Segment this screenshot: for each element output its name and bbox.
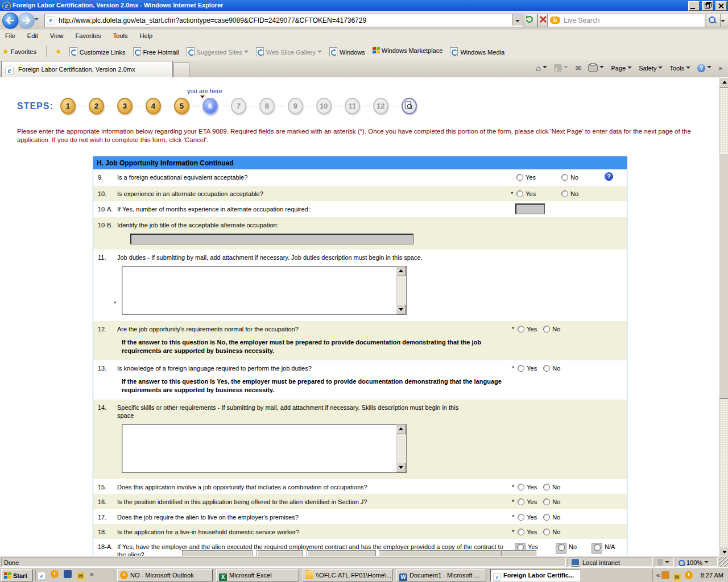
q18a-no-radio[interactable] bbox=[558, 544, 565, 551]
help-menu-icon[interactable]: ? bbox=[697, 64, 705, 72]
step-3[interactable]: 3 bbox=[117, 98, 133, 114]
bottom-button-3[interactable] bbox=[307, 550, 376, 556]
vertical-scrollbar[interactable] bbox=[719, 77, 728, 556]
menu-tools[interactable]: Tools bbox=[108, 30, 133, 42]
q18a-na-radio[interactable] bbox=[594, 544, 601, 551]
home-icon[interactable]: ⌂ bbox=[536, 63, 541, 73]
step-5[interactable]: 5 bbox=[174, 98, 189, 114]
q10a-months-input[interactable] bbox=[515, 203, 545, 214]
fav-link-web-slice-gallery[interactable]: Web Slice Gallery bbox=[254, 43, 325, 56]
back-button[interactable] bbox=[2, 13, 19, 29]
q9-help-icon[interactable]: ? bbox=[605, 172, 613, 181]
q18-no-radio[interactable] bbox=[543, 529, 550, 535]
restore-button[interactable] bbox=[702, 1, 713, 11]
quick-launch-ie-icon[interactable]: e bbox=[38, 572, 46, 580]
feeds-dropdown-icon[interactable] bbox=[564, 66, 568, 70]
q15-yes-radio[interactable] bbox=[518, 484, 524, 490]
step-4[interactable]: 4 bbox=[146, 98, 161, 114]
textarea-scrollbar[interactable] bbox=[396, 425, 406, 472]
q9-no-radio[interactable] bbox=[561, 174, 568, 181]
q16-yes-radio[interactable] bbox=[518, 498, 524, 505]
scrollbar-thumb[interactable] bbox=[719, 153, 728, 399]
print-dropdown-icon[interactable] bbox=[599, 66, 604, 70]
read-mail-icon[interactable]: ✉ bbox=[575, 64, 581, 72]
q14-skills-textarea[interactable] bbox=[122, 424, 407, 473]
tray-clock-icon[interactable] bbox=[685, 571, 693, 579]
search-input[interactable]: b Live Search bbox=[547, 14, 705, 27]
task-excel[interactable]: XMicrosoft Excel bbox=[216, 569, 299, 581]
q18-yes-radio[interactable] bbox=[518, 529, 524, 535]
scroll-up-icon[interactable] bbox=[396, 425, 406, 434]
q10b-job-title-input[interactable] bbox=[130, 234, 413, 244]
search-dropdown-button[interactable] bbox=[720, 14, 728, 27]
page-menu-button[interactable]: Page bbox=[611, 65, 632, 72]
quick-launch-app-icon[interactable] bbox=[64, 570, 72, 578]
add-favorite-button[interactable]: ★ bbox=[53, 43, 65, 56]
textarea-scrollbar[interactable] bbox=[396, 267, 406, 314]
task-explorer-folder[interactable]: \\OFLC-ATL-FP01\Home\... bbox=[303, 569, 392, 581]
q10-no-radio[interactable] bbox=[561, 190, 568, 197]
menu-favorites[interactable]: Favorites bbox=[71, 30, 106, 42]
start-button[interactable]: Start bbox=[1, 569, 33, 581]
tray-updates-icon[interactable] bbox=[661, 571, 669, 579]
tray-mail-icon[interactable]: ✉ bbox=[673, 573, 681, 581]
bottom-button-1[interactable] bbox=[182, 550, 253, 556]
refresh-button[interactable] bbox=[524, 14, 537, 27]
tab-foreign-labor-certification[interactable]: e Foreign Labor Certification, Version 2… bbox=[1, 61, 173, 77]
resize-grip[interactable] bbox=[719, 556, 728, 567]
q12-no-radio[interactable] bbox=[543, 326, 550, 332]
quick-launch-outlook-icon[interactable] bbox=[51, 570, 59, 578]
fav-link-windows[interactable]: Windows bbox=[327, 43, 369, 56]
tools-menu-button[interactable]: Tools bbox=[670, 65, 691, 72]
url-field[interactable]: e http://www.plc.doleta.gov/eta_start.cf… bbox=[44, 14, 523, 27]
task-ie-active[interactable]: eForeign Labor Certific... bbox=[490, 569, 580, 581]
command-overflow-icon[interactable]: » bbox=[718, 64, 722, 72]
feeds-icon[interactable] bbox=[554, 64, 562, 72]
q17-no-radio[interactable] bbox=[543, 514, 550, 521]
bottom-button-5[interactable] bbox=[501, 550, 536, 556]
protected-mode-button[interactable] bbox=[655, 558, 674, 567]
menu-view[interactable]: View bbox=[45, 30, 69, 42]
menu-help[interactable]: Help bbox=[135, 30, 158, 42]
fav-link-suggested-sites[interactable]: Suggested Sites bbox=[184, 43, 252, 56]
scroll-down-icon[interactable] bbox=[396, 463, 406, 472]
minimize-button[interactable] bbox=[688, 1, 700, 11]
fav-link-windows-marketplace[interactable]: Windows Marketplace bbox=[370, 43, 446, 54]
q13-no-radio[interactable] bbox=[543, 365, 550, 372]
print-icon[interactable] bbox=[588, 64, 598, 72]
task-word[interactable]: WDocument1 - Microsoft ... bbox=[396, 569, 486, 581]
q12-yes-radio[interactable] bbox=[518, 326, 524, 332]
task-outlook[interactable]: NO - Microsoft Outlook bbox=[117, 569, 213, 581]
forward-button[interactable] bbox=[18, 13, 35, 29]
q17-yes-radio[interactable] bbox=[518, 514, 524, 521]
menu-edit[interactable]: Edit bbox=[22, 30, 43, 42]
quick-launch-overflow-icon[interactable]: » bbox=[90, 570, 94, 578]
fav-link-windows-media[interactable]: Windows Media bbox=[448, 43, 508, 56]
zoom-control[interactable]: 100% bbox=[676, 558, 718, 567]
q11-job-duties-textarea[interactable] bbox=[122, 266, 407, 315]
q16-no-radio[interactable] bbox=[543, 498, 550, 505]
history-dropdown-icon[interactable] bbox=[34, 18, 39, 23]
q10-yes-radio[interactable] bbox=[516, 190, 523, 197]
q9-yes-radio[interactable] bbox=[516, 174, 523, 181]
menu-file[interactable]: File bbox=[0, 30, 20, 42]
scroll-up-icon[interactable] bbox=[719, 77, 728, 88]
fav-link-customize-links[interactable]: Customize Links bbox=[67, 43, 129, 56]
quick-launch-mail-icon[interactable]: ✉ bbox=[77, 572, 85, 580]
url-text[interactable]: http://www.plc.doleta.gov/eta_start.cfm?… bbox=[59, 14, 366, 27]
new-tab-button[interactable] bbox=[173, 63, 189, 77]
search-button[interactable] bbox=[706, 14, 721, 27]
step-2[interactable]: 2 bbox=[89, 98, 104, 114]
favorites-button[interactable]: ★ Favorites bbox=[0, 43, 40, 56]
step-1[interactable]: 1 bbox=[60, 98, 76, 114]
close-button[interactable] bbox=[715, 1, 727, 11]
url-dropdown-button[interactable] bbox=[512, 14, 523, 26]
q13-yes-radio[interactable] bbox=[518, 365, 524, 372]
step-preview-icon[interactable] bbox=[402, 98, 417, 114]
scroll-up-icon[interactable] bbox=[396, 267, 406, 276]
fav-link-free-hotmail[interactable]: Free Hotmail bbox=[131, 43, 183, 56]
help-dropdown-icon[interactable] bbox=[707, 66, 712, 70]
bottom-button-2[interactable] bbox=[257, 550, 303, 556]
q15-no-radio[interactable] bbox=[543, 484, 550, 490]
safety-menu-button[interactable]: Safety bbox=[639, 65, 663, 72]
